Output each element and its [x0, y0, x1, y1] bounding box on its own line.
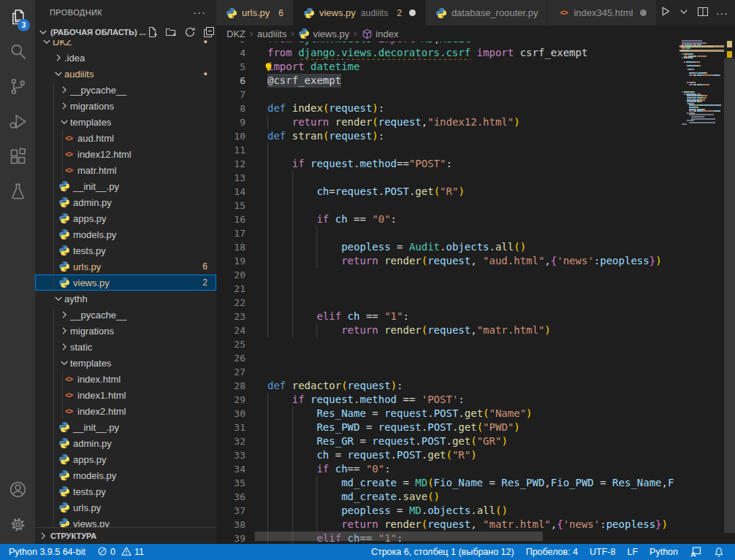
code-line-35[interactable]: md_create = MD(Fio_Name = Res_PWD,Fio_PW…: [267, 476, 679, 490]
code-line-31[interactable]: Res_PWD = request.POST.get("PWD"): [267, 421, 679, 434]
code-line-34[interactable]: if ch== "0":: [267, 462, 679, 476]
run-dropdown-button[interactable]: [676, 5, 692, 21]
code-line-33[interactable]: ch = request.POST.get("R"): [267, 448, 679, 462]
code-line-30[interactable]: Res_Name = request.POST.get("Name"): [267, 407, 679, 421]
split-editor-button[interactable]: [695, 5, 711, 21]
outline-section-header[interactable]: СТРУКТУРА: [35, 527, 216, 544]
tree-item-models.py[interactable]: models.py: [35, 226, 216, 242]
code-line-37[interactable]: peopless = MD.objects.all(): [267, 504, 679, 518]
breadcrumb-item-audiiits[interactable]: audiiits: [257, 28, 286, 39]
code-line-7[interactable]: [267, 88, 679, 101]
tree-item-admin.py[interactable]: admin.py: [35, 435, 216, 451]
activity-bar-item-extensions[interactable]: [0, 140, 35, 175]
tree-item-admin.py[interactable]: admin.py: [35, 194, 216, 210]
code-line-29[interactable]: if request.method == 'POST':: [267, 393, 679, 407]
more-actions-button[interactable]: ···: [714, 5, 730, 21]
tree-item-views.py[interactable]: views.py: [35, 515, 216, 527]
tab-urls.py[interactable]: urls.py6: [216, 0, 293, 26]
activity-bar-item-explorer[interactable]: 3: [0, 0, 35, 35]
tree-item-.idea[interactable]: .idea: [35, 50, 216, 66]
code-line-4[interactable]: from django.views.decorators.csrf import…: [267, 46, 679, 60]
tree-item-static[interactable]: static: [35, 339, 216, 355]
code-editor[interactable]: 3from aythh.models import MD,Audit4from …: [216, 0, 679, 544]
workspace-section-header[interactable]: (РАБОЧАЯ ОБЛАСТЬ) ...: [35, 24, 216, 40]
tree-item-aythh[interactable]: aythh: [35, 291, 216, 307]
tab-index345.html[interactable]: <>index345.html: [548, 0, 656, 26]
code-line-8[interactable]: def index(request):: [267, 101, 679, 115]
code-line-27[interactable]: [267, 365, 679, 379]
tab-database_roouter.py[interactable]: database_roouter.py: [426, 0, 548, 26]
code-line-11[interactable]: [267, 143, 679, 157]
tree-item-templates[interactable]: templates: [35, 114, 216, 130]
status-encoding[interactable]: UTF-8: [584, 544, 621, 560]
run-button[interactable]: [657, 5, 673, 21]
status-language-mode[interactable]: Python: [644, 544, 684, 560]
code-line-25[interactable]: [267, 337, 679, 351]
code-line-13[interactable]: [267, 171, 679, 185]
status-indentation[interactable]: Пробелов: 4: [520, 544, 584, 560]
tree-item-migrations[interactable]: migrations: [35, 323, 216, 339]
code-line-24[interactable]: return render(request,"matr.html"): [267, 323, 679, 337]
code-line-36[interactable]: md_create.save(): [267, 490, 679, 504]
tree-item-tests.py[interactable]: tests.py: [35, 483, 216, 499]
code-line-6[interactable]: @csrf_exempt: [267, 74, 679, 88]
new-file-icon[interactable]: [146, 26, 158, 38]
new-folder-icon[interactable]: [165, 26, 177, 38]
collapse-all-icon[interactable]: [203, 26, 215, 38]
tree-item-urls.py[interactable]: urls.py6: [35, 258, 216, 275]
code-line-19[interactable]: return render(request, "aud.html",{'news…: [267, 254, 679, 268]
breadcrumb-item-index[interactable]: index: [361, 28, 398, 39]
lightbulb-icon[interactable]: [263, 61, 274, 75]
tree-item-models.py[interactable]: models.py: [35, 467, 216, 483]
breadcrumb-item-DKZ[interactable]: DKZ: [226, 28, 245, 39]
tree-item-__init__.py[interactable]: __init__.py: [35, 419, 216, 435]
tree-item-views.py[interactable]: views.py2: [35, 275, 216, 291]
status-cursor-position[interactable]: Строка 6, столбец 1 (выбрано 12): [365, 544, 520, 560]
code-line-32[interactable]: Res_GR = request.POST.get("GR"): [267, 434, 679, 448]
code-line-14[interactable]: ch=request.POST.get("R"): [267, 185, 679, 199]
code-line-15[interactable]: [267, 199, 679, 212]
activity-bar-item-account[interactable]: [0, 473, 35, 508]
code-line-28[interactable]: def redactor(request):: [267, 379, 679, 393]
status-python-version[interactable]: Python 3.9.5 64-bit: [3, 544, 91, 560]
activity-bar-item-run-debug[interactable]: [0, 105, 35, 140]
tree-item-templates[interactable]: templates: [35, 355, 216, 371]
code-line-5[interactable]: import datetime: [267, 60, 679, 74]
code-line-17[interactable]: [267, 226, 679, 240]
tree-item-tests.py[interactable]: tests.py: [35, 242, 216, 258]
status-notifications[interactable]: [707, 544, 731, 560]
code-line-38[interactable]: return render(request, "matr.html",{'new…: [267, 518, 679, 532]
code-line-18[interactable]: peopless = Audit.objects.all(): [267, 240, 679, 254]
more-actions-icon[interactable]: ···: [193, 6, 206, 18]
tab-views.py[interactable]: views.pyaudiiits2: [294, 0, 425, 26]
tree-item-apps.py[interactable]: apps.py: [35, 210, 216, 226]
horizontal-scrollbar[interactable]: [255, 532, 543, 541]
status-feedback[interactable]: [684, 544, 707, 560]
code-line-16[interactable]: if ch == "0":: [267, 212, 679, 226]
tree-item-apps.py[interactable]: apps.py: [35, 451, 216, 467]
activity-bar-item-testing[interactable]: [0, 175, 35, 210]
code-line-9[interactable]: return render(request,"index12.html"): [267, 115, 679, 129]
status-eol[interactable]: LF: [621, 544, 644, 560]
tree-item-urls.py[interactable]: urls.py: [35, 499, 216, 515]
activity-bar-item-source-control[interactable]: [0, 70, 35, 105]
code-line-26[interactable]: [267, 351, 679, 365]
activity-bar-item-search[interactable]: [0, 35, 35, 70]
minimap[interactable]: [679, 0, 724, 544]
tree-item-__init__.py[interactable]: __init__.py: [35, 178, 216, 194]
status-problems[interactable]: 011: [91, 544, 150, 560]
tree-item-audiiits[interactable]: audiiits●: [35, 66, 216, 82]
tree-item-DKZ[interactable]: DKZ●: [35, 40, 216, 50]
tree-item-__pycache__[interactable]: __pycache__: [35, 307, 216, 323]
code-line-12[interactable]: if request.method=="POST":: [267, 157, 679, 171]
refresh-icon[interactable]: [184, 26, 196, 38]
breadcrumb-item-views.py[interactable]: views.py: [298, 28, 349, 39]
tree-item-__pycache__[interactable]: __pycache__: [35, 82, 216, 98]
code-line-21[interactable]: [267, 282, 679, 296]
code-line-23[interactable]: elif ch == "1":: [267, 310, 679, 323]
activity-bar-item-settings[interactable]: [0, 508, 35, 543]
code-line-20[interactable]: [267, 268, 679, 282]
vertical-scrollbar[interactable]: [724, 58, 735, 533]
tree-item-migrations[interactable]: migrations: [35, 98, 216, 114]
code-line-22[interactable]: [267, 296, 679, 310]
